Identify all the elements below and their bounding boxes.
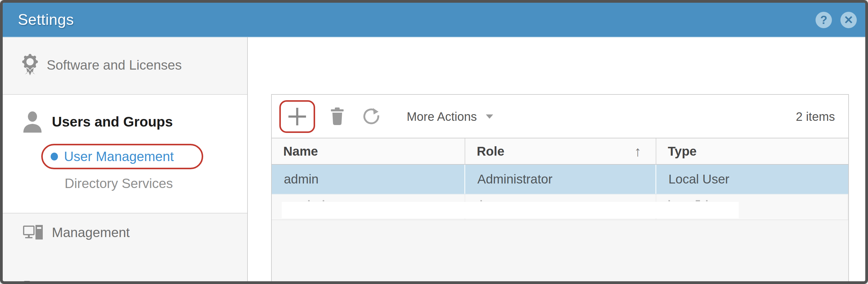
title-bar: Settings ? ✕ [3,3,865,37]
redacted-text-remnant [706,200,708,201]
main-panel: Manage Users & Groups [248,37,865,283]
sidebar-item-management[interactable]: Management [23,224,130,241]
table-empty-area [272,220,848,283]
more-actions-button[interactable]: More Actions [407,95,493,138]
sidebar-item-label: Users and Groups [52,113,173,130]
help-icon: ? [820,13,827,27]
add-user-button[interactable] [287,107,307,127]
users-toolbar: More Actions 2 items [272,95,848,138]
more-actions-label: More Actions [407,110,477,123]
sidebar-item-label: Software and Licenses [47,58,182,73]
red-annotation-circle: User Management [41,144,203,169]
close-icon: ✕ [844,13,854,27]
sidebar-item-label: Management [52,225,130,240]
redaction-overlay [282,202,739,218]
table-row-redacted[interactable] [272,194,848,220]
computer-workstation-icon [23,224,43,241]
refresh-button[interactable] [363,108,380,126]
close-button[interactable]: ✕ [840,12,857,28]
award-ribbon-icon [22,54,38,76]
redacted-text-remnant [696,200,700,201]
user-silhouette-icon [21,110,44,133]
sidebar-item-software-and-licenses[interactable]: Software and Licenses [22,54,182,76]
settings-sidebar: Software and Licenses Users and Groups U… [3,37,248,283]
sidebar-subitem-directory-services[interactable]: Directory Services [65,176,173,191]
redacted-text-remnant [323,200,324,201]
table-header-row: Name Role ↑ Type [272,138,848,165]
sort-ascending-icon[interactable]: ↑ [634,143,641,159]
redacted-text-remnant [669,200,670,201]
redacted-text-remnant [480,200,482,201]
settings-window: Settings ? ✕ [0,0,868,284]
sidebar-item-users-and-groups[interactable]: Users and Groups [21,110,173,133]
titlebar-buttons: ? ✕ [815,3,857,37]
column-header-name[interactable]: Name [272,138,465,164]
cell-name: admin [272,165,465,194]
sidebar-subitem-user-management[interactable]: User Management [64,149,174,164]
help-button[interactable]: ? [815,12,832,28]
selected-bullet-icon [51,152,58,161]
table-row-admin[interactable]: admin Administrator Local User [272,165,848,194]
red-annotation-box [279,100,315,133]
chevron-down-icon [486,114,493,119]
column-header-type[interactable]: Type [656,138,848,164]
partial-sidebar-icon [23,281,31,283]
users-table-container: More Actions 2 items Name Role ↑ T [271,94,849,283]
cell-type: Local User [656,165,848,194]
window-title: Settings [18,11,74,29]
items-count: 2 items [796,95,835,138]
cell-role: Administrator [465,165,656,194]
delete-user-button[interactable] [330,107,345,126]
column-header-role[interactable]: Role ↑ [465,138,656,164]
redacted-text-remnant [308,200,310,201]
